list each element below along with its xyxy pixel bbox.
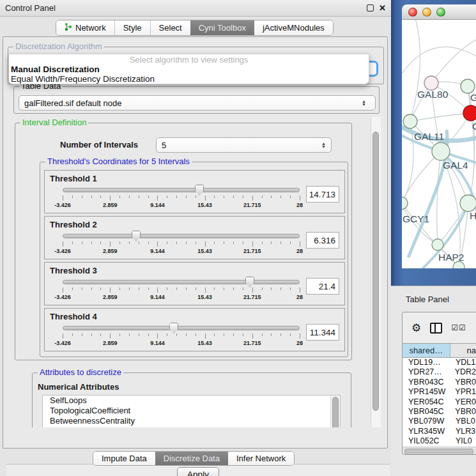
tick-mark bbox=[148, 196, 149, 198]
tick-label: 9.144 bbox=[150, 248, 165, 254]
threshold-slider[interactable]: -3.4262.8599.14415.4321.71528 bbox=[63, 185, 300, 210]
column-layout-icon[interactable] bbox=[430, 323, 442, 334]
tick-mark bbox=[110, 196, 111, 201]
tab-label: Select bbox=[159, 23, 182, 33]
scrollbar-thumb[interactable] bbox=[404, 449, 473, 455]
slider-thumb[interactable] bbox=[245, 277, 254, 288]
tick-label: 28 bbox=[296, 294, 303, 300]
network-icon bbox=[65, 22, 72, 33]
network-node-label: C bbox=[472, 121, 476, 132]
network-node bbox=[460, 195, 476, 211]
table-row[interactable]: YBL079WYBL0 bbox=[403, 417, 476, 426]
slider-thumb[interactable] bbox=[195, 185, 204, 196]
float-window-icon[interactable] bbox=[367, 4, 374, 12]
numerical-attributes-list[interactable]: SelfLoopsTopologicalCoefficientBetweenne… bbox=[42, 395, 341, 427]
tick-mark bbox=[252, 334, 253, 339]
cyni-toolbox-pane: Discretization Algorithm Table Data galF… bbox=[3, 36, 388, 449]
tick-mark bbox=[262, 242, 263, 244]
threshold-value-field[interactable]: 21.4 bbox=[306, 278, 339, 295]
slider-thumb[interactable] bbox=[169, 323, 178, 334]
slider-ticks bbox=[63, 288, 300, 293]
column-header-shared-name[interactable]: shared… bbox=[403, 344, 450, 357]
tick-mark bbox=[167, 196, 167, 198]
algorithm-hint: Select algorithm to view settings bbox=[10, 55, 367, 65]
table-row[interactable]: YER054CYER0 bbox=[403, 397, 476, 407]
tick-label: 15.43 bbox=[197, 294, 212, 300]
algorithm-option-manual[interactable]: Manual Discretization bbox=[10, 65, 367, 74]
number-of-intervals-select[interactable]: 5 ▲▼ bbox=[156, 137, 332, 153]
tick-mark bbox=[186, 242, 187, 244]
column-header-name[interactable]: na bbox=[450, 344, 476, 357]
tab-network[interactable]: Network bbox=[56, 20, 114, 35]
apply-button[interactable]: Apply bbox=[177, 467, 219, 476]
network-node bbox=[403, 114, 417, 128]
table-row[interactable]: YDL19…YDL1 bbox=[403, 358, 476, 367]
tick-mark bbox=[100, 196, 101, 198]
cell-shared-name: YDR27… bbox=[403, 367, 452, 377]
network-node-label: H bbox=[470, 210, 476, 221]
tick-mark bbox=[214, 242, 215, 244]
network-edge bbox=[431, 39, 476, 83]
slider-tick-labels: -3.4262.8599.14415.4321.71528 bbox=[63, 294, 300, 301]
slider-track[interactable] bbox=[63, 234, 300, 238]
threshold-slider[interactable]: -3.4262.8599.14415.4321.71528 bbox=[63, 277, 300, 302]
table-row[interactable]: YDR27…YDR2 bbox=[403, 367, 476, 377]
scrollbar-thumb[interactable] bbox=[332, 397, 339, 427]
tick-mark bbox=[148, 334, 149, 336]
tick-label: 15.43 bbox=[197, 340, 212, 346]
group-label: Attributes to discretize bbox=[38, 368, 123, 377]
table-row[interactable]: YBR043CYBR0 bbox=[403, 378, 476, 387]
top-tab-bar: Network Style Select Cyni Toolbox jActiv… bbox=[56, 20, 334, 36]
attributes-scrollbar[interactable] bbox=[330, 395, 340, 427]
slider-thumb[interactable] bbox=[132, 231, 141, 242]
tick-mark bbox=[110, 242, 111, 247]
zoom-traffic-light[interactable] bbox=[436, 8, 445, 17]
table-rows[interactable]: YDL19…YDL1YDR27…YDR2YBR043CYBR0YPR145WYP… bbox=[403, 358, 476, 447]
table-row[interactable]: YIL052CYIL0 bbox=[403, 436, 476, 446]
tab-label: Cyni Toolbox bbox=[199, 23, 246, 33]
table-row[interactable]: YPR145WYPR1 bbox=[403, 387, 476, 397]
threshold-value-field[interactable]: 6.316 bbox=[306, 232, 339, 249]
table-data-select[interactable]: galFiltered.sif default node ▲▼ bbox=[19, 95, 376, 111]
tick-label: -3.426 bbox=[54, 340, 71, 346]
tick-mark bbox=[233, 196, 234, 198]
attributes-group: Attributes to discretize Numerical Attri… bbox=[32, 372, 351, 427]
threshold-slider[interactable]: -3.4262.8599.14415.4321.71528 bbox=[63, 323, 300, 348]
slider-track[interactable] bbox=[63, 188, 300, 192]
tick-mark bbox=[262, 288, 263, 290]
threshold-value-field[interactable]: 14.713 bbox=[306, 186, 339, 203]
table-row[interactable]: YBR045CYBR0 bbox=[403, 407, 476, 417]
table-horizontal-scrollbar[interactable] bbox=[403, 447, 476, 455]
select-columns-icon[interactable]: ☑☑ bbox=[451, 323, 466, 332]
list-item[interactable]: SelfLoops bbox=[43, 395, 340, 406]
tab-jactivemnodules[interactable]: jActiveMNodules bbox=[254, 20, 333, 35]
tick-mark bbox=[290, 288, 291, 290]
tick-mark bbox=[167, 334, 167, 336]
tick-label: 2.859 bbox=[103, 340, 118, 346]
tab-cyni-toolbox[interactable]: Cyni Toolbox bbox=[190, 20, 254, 35]
tab-select[interactable]: Select bbox=[150, 20, 190, 35]
slider-track[interactable] bbox=[63, 326, 300, 330]
tick-mark bbox=[186, 334, 187, 336]
tab-infer-network[interactable]: Infer Network bbox=[228, 452, 294, 465]
close-traffic-light[interactable] bbox=[408, 8, 417, 17]
algorithm-option-equal-width[interactable]: Equal Width/Frequency Discretization bbox=[10, 74, 367, 84]
gear-icon[interactable]: ⚙ bbox=[411, 321, 421, 335]
minimize-traffic-light[interactable] bbox=[422, 8, 431, 17]
cell-name: YER0 bbox=[452, 397, 476, 407]
tab-discretize-data[interactable]: Discretize Data bbox=[155, 452, 228, 465]
slider-track[interactable] bbox=[63, 280, 300, 284]
cell-name: YDR2 bbox=[452, 367, 476, 377]
list-item[interactable]: TopologicalCoefficient bbox=[43, 406, 340, 416]
close-icon[interactable]: ✕ bbox=[379, 3, 386, 13]
tab-impute-data[interactable]: Impute Data bbox=[93, 452, 155, 465]
threshold-slider[interactable]: -3.4262.8599.14415.4321.71528 bbox=[63, 231, 300, 256]
list-item[interactable]: BetweennessCentrality bbox=[43, 416, 340, 426]
tick-mark bbox=[82, 334, 82, 336]
scrollbar-thumb[interactable] bbox=[372, 132, 379, 411]
settings-scrollbar[interactable] bbox=[371, 117, 381, 427]
tab-style[interactable]: Style bbox=[114, 20, 150, 35]
table-row[interactable]: YLR345WYLR3 bbox=[403, 427, 476, 436]
network-canvas[interactable]: GAL80GAGAL11CGAL4GCY1HHAP2 bbox=[402, 20, 476, 268]
threshold-value-field[interactable]: 11.344 bbox=[306, 324, 339, 341]
